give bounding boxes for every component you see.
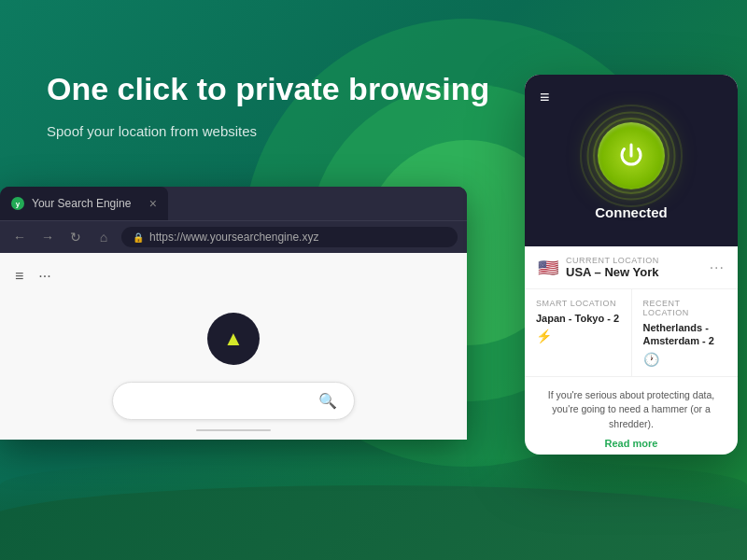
vpn-info-text: If you're serious about protecting data,…	[538, 388, 725, 432]
search-separator	[196, 429, 271, 431]
vpn-panel-body: 🇺🇸 Current Location USA – New York ··· S…	[525, 246, 738, 455]
recent-location-label: Recent Location	[643, 299, 727, 317]
browser-toolbar: ← → ↻ ⌂ 🔒 https://www.yoursearchengine.x…	[0, 220, 467, 253]
recent-location-icon: 🕐	[643, 352, 659, 367]
recent-location-footer: 🕐	[643, 352, 727, 367]
search-icon: 🔍	[318, 392, 337, 410]
vpn-circle-icon: ▲	[207, 313, 260, 365]
connected-label: Connected	[595, 204, 668, 233]
address-text: https://www.yoursearchengine.xyz	[149, 231, 318, 244]
browser-more-icon[interactable]: ···	[38, 268, 50, 285]
home-button[interactable]: ⌂	[93, 227, 114, 247]
lock-icon: 🔒	[133, 232, 144, 243]
tab-close-button[interactable]: ×	[149, 196, 157, 211]
vpn-read-more-link[interactable]: Read more	[538, 438, 725, 449]
usa-flag-icon: 🇺🇸	[538, 258, 558, 278]
recent-location-name: Netherlands - Amsterdam - 2	[643, 321, 727, 348]
smart-location-label: Smart Location	[536, 299, 620, 308]
browser-tab-bar: y Your Search Engine ×	[0, 187, 467, 220]
back-button[interactable]: ←	[9, 227, 30, 247]
vpn-panel: ≡ Connected 🇺🇸 Current Location USA – Ne…	[525, 75, 738, 455]
current-location-row[interactable]: 🇺🇸 Current Location USA – New York ···	[525, 246, 738, 289]
tab-title: Your Search Engine	[32, 197, 142, 210]
smart-location-icon: ⚡	[536, 329, 552, 343]
browser-search-bar[interactable]: 🔍	[112, 382, 355, 420]
smart-location-card[interactable]: Smart Location Japan - Tokyo - 2 ⚡	[525, 289, 632, 376]
browser-content: ≡ ··· ▲ 🔍	[0, 253, 467, 440]
current-location-label: Current Location	[566, 256, 702, 265]
forward-button[interactable]: →	[37, 227, 58, 247]
browser-mockup: y Your Search Engine × ← → ↻ ⌂ 🔒 https:/…	[0, 187, 467, 440]
browser-hamburger-icon[interactable]: ≡	[15, 268, 23, 285]
location-cards: Smart Location Japan - Tokyo - 2 ⚡ Recen…	[525, 289, 738, 377]
vpn-hamburger-menu[interactable]: ≡	[540, 88, 550, 107]
address-bar[interactable]: 🔒 https://www.yoursearchengine.xyz	[121, 227, 458, 247]
recent-location-card[interactable]: Recent Location Netherlands - Amsterdam …	[632, 289, 739, 376]
current-location-more[interactable]: ···	[710, 259, 725, 276]
power-ring-1	[593, 118, 669, 194]
browser-menu-bar: ≡ ···	[15, 268, 51, 285]
browser-tab[interactable]: y Your Search Engine ×	[0, 187, 168, 220]
vpn-power-icon-browser: ▲	[223, 327, 244, 351]
smart-location-name: Japan - Tokyo - 2	[536, 312, 620, 325]
smart-location-footer: ⚡	[536, 329, 620, 343]
current-location-name: USA – New York	[566, 265, 702, 279]
tab-favicon: y	[11, 197, 24, 210]
reload-button[interactable]: ↻	[65, 227, 86, 247]
vpn-info-section: If you're serious about protecting data,…	[525, 377, 738, 455]
vpn-icon-container: ▲	[15, 313, 452, 365]
current-location-info: Current Location USA – New York	[566, 256, 702, 279]
vpn-panel-header: ≡ Connected	[525, 75, 738, 246]
